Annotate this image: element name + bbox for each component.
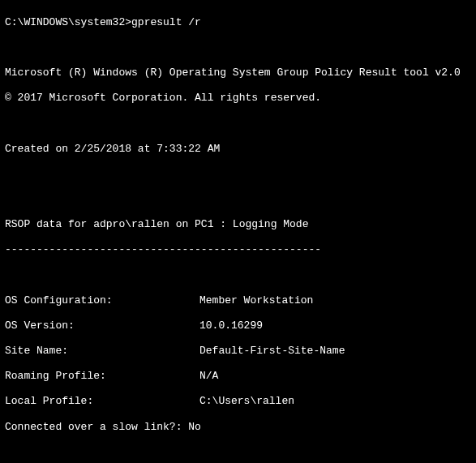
tool-header: Microsoft (R) Windows (R) Operating Syst… — [5, 66, 471, 79]
site-name-label: Site Name: — [5, 345, 199, 358]
slow-link-row: Connected over a slow link?: No — [5, 421, 471, 434]
local-profile-label: Local Profile: — [5, 395, 199, 408]
site-name-value: Default-First-Site-Name — [199, 345, 345, 358]
roaming-profile-label: Roaming Profile: — [5, 370, 199, 383]
created-on-line: Created on ‎2/‎25/‎2018 at 7:33:22 AM — [5, 143, 471, 156]
blank-line — [5, 168, 471, 181]
blank-line — [5, 268, 471, 281]
copyright-line: © 2017 Microsoft Corporation. All rights… — [5, 92, 471, 105]
os-version-label: OS Version: — [5, 319, 199, 332]
terminal-output: C:\WINDOWS\system32>gpresult /r Microsof… — [0, 0, 476, 463]
os-version-row: OS Version:10.0.16299 — [5, 319, 471, 332]
rsop-dashes: ----------------------------------------… — [5, 243, 471, 256]
os-config-row: OS Configuration:Member Workstation — [5, 294, 471, 307]
blank-line — [5, 41, 471, 54]
blank-line — [5, 193, 471, 206]
rsop-line: RSOP data for adpro\rallen on PC1 : Logg… — [5, 218, 471, 231]
blank-line — [5, 117, 471, 130]
command-prompt-line: C:\WINDOWS\system32>gpresult /r — [5, 16, 471, 29]
os-config-value: Member Workstation — [199, 294, 313, 307]
roaming-profile-value: N/A — [199, 370, 218, 383]
roaming-profile-row: Roaming Profile:N/A — [5, 370, 471, 383]
os-version-value: 10.0.16299 — [199, 319, 263, 332]
blank-line — [5, 446, 471, 459]
site-name-row: Site Name:Default-First-Site-Name — [5, 345, 471, 358]
local-profile-value: C:\Users\rallen — [199, 395, 294, 408]
prompt-path: C:\WINDOWS\system32> — [5, 16, 131, 28]
slow-link-value: No — [188, 421, 201, 433]
os-config-label: OS Configuration: — [5, 294, 199, 307]
local-profile-row: Local Profile:C:\Users\rallen — [5, 395, 471, 408]
slow-link-label: Connected over a slow link?: — [5, 421, 182, 433]
command-text: gpresult /r — [131, 16, 201, 28]
